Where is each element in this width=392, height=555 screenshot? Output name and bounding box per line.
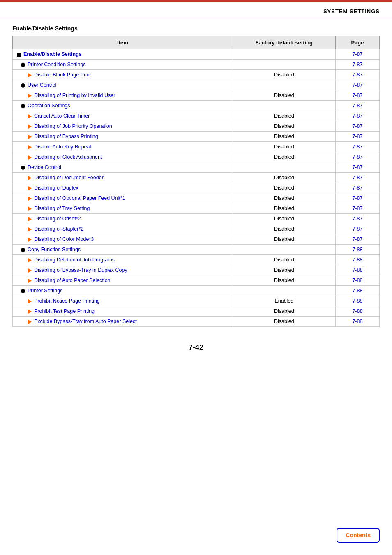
row-label: Disabling of Clock Adjustment bbox=[34, 154, 102, 160]
page-number: 7-42 bbox=[0, 327, 392, 360]
triangle-icon bbox=[28, 134, 32, 139]
table-row: Disabling of Color Mode*3Disabled7-87 bbox=[13, 234, 380, 245]
row-label: Disabling of Stapler*2 bbox=[34, 226, 83, 232]
col-header-page: Page bbox=[335, 36, 379, 49]
triangle-icon bbox=[28, 196, 32, 201]
row-label: Printer Settings bbox=[28, 288, 62, 294]
triangle-icon bbox=[28, 186, 32, 191]
triangle-icon bbox=[28, 258, 32, 263]
row-label: Printer Condition Settings bbox=[28, 62, 86, 67]
triangle-icon bbox=[28, 217, 32, 222]
table-row: Disabling of Bypass PrintingDisabled7-87 bbox=[13, 132, 380, 142]
section-title: Enable/Disable Settings bbox=[0, 18, 392, 36]
table-row: Disabling of Printing by Invalid UserDis… bbox=[13, 90, 380, 101]
circle-icon bbox=[21, 248, 25, 252]
table-row: Disable Blank Page PrintDisabled7-87 bbox=[13, 70, 380, 80]
table-row: Disabling of Auto Paper SelectionDisable… bbox=[13, 275, 380, 286]
row-label: Disabling Deletion of Job Programs bbox=[34, 257, 115, 263]
row-label: Cancel Auto Clear Timer bbox=[34, 113, 90, 119]
row-label: Disabling of Bypass-Tray in Duplex Copy bbox=[34, 267, 127, 273]
row-label: Copy Function Settings bbox=[28, 247, 81, 252]
row-label: Device Control bbox=[28, 164, 61, 170]
triangle-icon bbox=[28, 299, 32, 304]
triangle-icon bbox=[28, 124, 32, 129]
row-label: User Control bbox=[28, 82, 56, 88]
row-label: Disabling of Job Priority Operation bbox=[34, 123, 112, 129]
circle-icon bbox=[21, 83, 25, 88]
table-row: Disabling of Job Priority OperationDisab… bbox=[13, 121, 380, 132]
table-row: Disable Auto Key RepeatDisabled7-87 bbox=[13, 142, 380, 152]
row-label: Enable/Disable Settings bbox=[23, 51, 82, 57]
main-table: Item Factory default setting Page Enable… bbox=[12, 36, 380, 327]
triangle-icon bbox=[28, 268, 32, 273]
triangle-icon bbox=[28, 319, 32, 324]
table-row: Prohibit Notice Page PrintingEnabled7-88 bbox=[13, 296, 380, 306]
row-label: Disabling of Auto Paper Selection bbox=[34, 278, 111, 283]
row-label: Disabling of Optional Paper Feed Unit*1 bbox=[34, 195, 125, 201]
triangle-icon bbox=[28, 73, 32, 78]
row-label: Disabling of Printing by Invalid User bbox=[34, 92, 115, 98]
table-row: Disabling of DuplexDisabled7-87 bbox=[13, 183, 380, 193]
triangle-icon bbox=[28, 237, 32, 242]
triangle-icon bbox=[28, 155, 32, 160]
triangle-icon bbox=[28, 145, 32, 150]
table-row: Operation Settings7-87 bbox=[13, 101, 380, 111]
triangle-icon bbox=[28, 176, 32, 180]
row-label: Disabling of Tray Setting bbox=[34, 206, 90, 211]
triangle-icon bbox=[28, 309, 32, 314]
triangle-icon bbox=[28, 227, 32, 232]
table-row: Disabling of Offset*2Disabled7-87 bbox=[13, 214, 380, 224]
table-row: Enable/Disable Settings7-87 bbox=[13, 49, 380, 60]
triangle-icon bbox=[28, 278, 32, 283]
row-label: Disabling of Color Mode*3 bbox=[34, 236, 94, 242]
table-row: Disabling of Optional Paper Feed Unit*1D… bbox=[13, 193, 380, 204]
table-row: Device Control7-87 bbox=[13, 162, 380, 173]
table-row: Cancel Auto Clear TimerDisabled7-87 bbox=[13, 111, 380, 121]
row-label: Disabling of Offset*2 bbox=[34, 216, 81, 222]
triangle-icon bbox=[28, 206, 32, 211]
table-row: Disabling of Stapler*2Disabled7-87 bbox=[13, 224, 380, 234]
col-header-default: Factory default setting bbox=[233, 36, 335, 49]
row-label: Prohibit Test Page Printing bbox=[34, 308, 95, 314]
table-row: User Control7-87 bbox=[13, 80, 380, 90]
circle-icon bbox=[21, 289, 25, 293]
table-row: Printer Condition Settings7-87 bbox=[13, 60, 380, 70]
header-area: SYSTEM SETTINGS bbox=[0, 2, 392, 18]
circle-icon bbox=[21, 63, 25, 67]
table-row: Printer Settings7-88 bbox=[13, 286, 380, 296]
row-label: Prohibit Notice Page Printing bbox=[34, 298, 100, 304]
table-row: Disabling of Clock AdjustmentDisabled7-8… bbox=[13, 152, 380, 162]
circle-icon bbox=[21, 166, 25, 170]
table-row: Disabling Deletion of Job ProgramsDisabl… bbox=[13, 255, 380, 265]
row-label: Disabling of Bypass Printing bbox=[34, 134, 98, 139]
table-row: Disabling of Tray SettingDisabled7-87 bbox=[13, 204, 380, 214]
table-row: Copy Function Settings7-88 bbox=[13, 245, 380, 255]
col-header-item: Item bbox=[13, 36, 233, 49]
header-title: SYSTEM SETTINGS bbox=[323, 8, 380, 14]
triangle-icon bbox=[28, 114, 32, 119]
table-row: Disabling of Bypass-Tray in Duplex CopyD… bbox=[13, 265, 380, 275]
row-label: Disabling of Document Feeder bbox=[34, 175, 104, 180]
row-label: Disable Blank Page Print bbox=[34, 72, 91, 78]
table-header-row: Item Factory default setting Page bbox=[13, 36, 380, 49]
row-label: Disable Auto Key Repeat bbox=[34, 144, 91, 150]
circle-icon bbox=[21, 104, 25, 108]
table-row: Prohibit Test Page PrintingDisabled7-88 bbox=[13, 306, 380, 317]
row-label: Operation Settings bbox=[28, 103, 70, 109]
table-row: Disabling of Document FeederDisabled7-87 bbox=[13, 173, 380, 183]
contents-button[interactable]: Contents bbox=[337, 528, 380, 543]
triangle-icon bbox=[28, 93, 32, 98]
table-row: Exclude Bypass-Tray from Auto Paper Sele… bbox=[13, 317, 380, 327]
row-label: Disabling of Duplex bbox=[34, 185, 78, 191]
square-icon bbox=[17, 53, 21, 57]
row-label: Exclude Bypass-Tray from Auto Paper Sele… bbox=[34, 319, 137, 324]
